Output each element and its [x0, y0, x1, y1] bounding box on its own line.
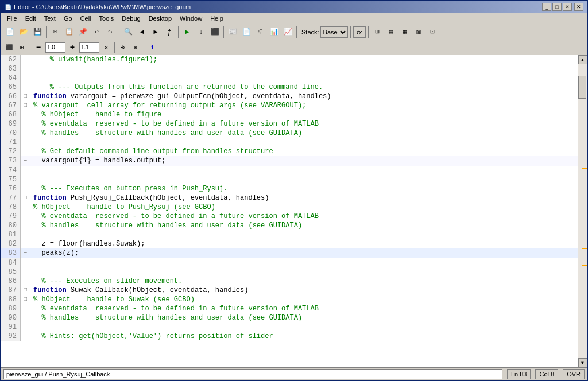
lm-70: [21, 129, 30, 138]
menu-file[interactable]: File: [3, 14, 21, 22]
pub3-btn[interactable]: 🖨: [254, 26, 266, 38]
line-88: 88 □ % hObject handle to Suwak (see GCBO…: [1, 295, 578, 304]
info-btn[interactable]: ℹ: [146, 42, 158, 53]
minimize-btn[interactable]: _: [542, 3, 551, 11]
lc-90: % handles structure with handles and use…: [30, 313, 578, 322]
code-scroll[interactable]: 62 % uiwait(handles.figure1); 63 64: [1, 55, 578, 367]
ln-72: 72: [1, 147, 21, 156]
menu-window[interactable]: Window: [176, 14, 206, 22]
title-bar-controls[interactable]: _ □ ✕ ✕: [542, 3, 583, 11]
lc-89: % eventdata reserved - to be defined in …: [30, 304, 578, 313]
save-btn[interactable]: 💾: [31, 26, 44, 38]
sep6: [350, 26, 351, 38]
line-84: 84: [1, 258, 578, 267]
scroll-marker-3: [582, 265, 587, 266]
lc-86: % --- Executes on slider movement.: [30, 277, 578, 286]
scroll-down-btn[interactable]: ▼: [578, 358, 587, 367]
line-91: 91: [1, 322, 578, 332]
cell1-btn[interactable]: ※: [117, 42, 129, 53]
lm-74: [21, 166, 30, 175]
lc-91: [30, 322, 578, 332]
ln-77: 77: [1, 193, 21, 203]
full-view-btn[interactable]: ⊡: [426, 26, 439, 38]
debug2-btn[interactable]: ⊞: [16, 42, 28, 53]
ln-76: 76: [1, 184, 21, 193]
ln-83: 83: [1, 248, 21, 258]
scroll-thumb[interactable]: [578, 76, 586, 99]
lm-89: [21, 304, 30, 313]
ln-75: 75: [1, 175, 21, 184]
ln-66: 66: [1, 92, 21, 101]
line-76: 76 % --- Executes on button press in Pus…: [1, 184, 578, 193]
lm-78: [21, 203, 30, 212]
find-btn[interactable]: 🔍: [122, 26, 134, 38]
menu-text[interactable]: Text: [41, 14, 59, 22]
publish-btn[interactable]: 📰: [226, 26, 239, 38]
close-btn2[interactable]: ✕: [574, 3, 583, 11]
scroll-track[interactable]: [578, 64, 587, 358]
status-col: Col 8: [535, 369, 558, 379]
ln-67: 67: [1, 101, 21, 110]
fx-button[interactable]: fx: [353, 26, 366, 38]
paste-btn[interactable]: 📌: [76, 26, 89, 38]
ln-62: 62: [1, 55, 21, 64]
scroll-up-btn[interactable]: ▲: [578, 55, 587, 64]
col-view-btn[interactable]: ▤: [385, 26, 397, 38]
zoom-out-input[interactable]: 1.1: [79, 42, 99, 53]
menu-edit[interactable]: Edit: [22, 14, 40, 22]
pub5-btn[interactable]: 📈: [281, 26, 294, 38]
menu-go[interactable]: Go: [60, 14, 76, 22]
row-view-btn[interactable]: ▦: [399, 26, 411, 38]
lm-82: [21, 239, 30, 248]
lc-68: % hObject handle to figure: [30, 110, 578, 119]
ln-70: 70: [1, 129, 21, 138]
back-btn[interactable]: ◀: [136, 26, 148, 38]
step-btn[interactable]: ↓: [195, 26, 207, 38]
menu-cell[interactable]: Cell: [77, 14, 95, 22]
lm-83: −: [21, 248, 30, 258]
secondary-toolbar: ⬛ ⊞ − 1.0 + 1.1 ✕ ※ ⊕ ℹ: [1, 40, 587, 55]
lc-84: [30, 258, 578, 267]
line-68: 68 % hObject handle to figure: [1, 110, 578, 119]
copy-btn[interactable]: 📋: [63, 26, 75, 38]
undo-btn[interactable]: ↩: [90, 26, 103, 38]
plus-btn[interactable]: +: [67, 42, 78, 53]
lc-81: [30, 230, 578, 239]
menu-tools[interactable]: Tools: [96, 14, 118, 22]
lc-64: [30, 73, 578, 83]
split-view-btn[interactable]: ▧: [412, 26, 425, 38]
lc-72: % Get default command line output from h…: [30, 147, 578, 156]
ln-80: 80: [1, 221, 21, 230]
stop-btn[interactable]: ⬛: [208, 26, 221, 38]
cut-btn[interactable]: ✂: [49, 26, 61, 38]
menu-help[interactable]: Help: [207, 14, 227, 22]
redo-btn[interactable]: ↪: [104, 26, 117, 38]
menu-desktop[interactable]: Desktop: [145, 14, 175, 22]
pub2-btn[interactable]: 📄: [240, 26, 253, 38]
menu-debug[interactable]: Debug: [118, 14, 144, 22]
line-72: 72 % Get default command line output fro…: [1, 147, 578, 156]
lm-64: [21, 73, 30, 83]
stack-select[interactable]: Base: [320, 26, 348, 38]
open-btn[interactable]: 📂: [17, 26, 30, 38]
fwd-btn[interactable]: ▶: [149, 26, 162, 38]
lm-73: −: [21, 156, 30, 166]
new-file-btn[interactable]: 📄: [3, 26, 16, 38]
cell2-btn[interactable]: ⊕: [130, 42, 141, 53]
close-btn[interactable]: ✕: [563, 3, 572, 11]
debug1-btn[interactable]: ⬛: [3, 42, 15, 53]
lc-87: function Suwak_Callback(hObject, eventda…: [30, 286, 578, 295]
vertical-scrollbar[interactable]: ▲ ▼: [578, 55, 587, 367]
lc-82: z = floor(handles.Suwak);: [30, 239, 578, 248]
minus-btn[interactable]: −: [33, 42, 44, 53]
close-zoom-btn[interactable]: ✕: [100, 42, 112, 53]
restore-btn[interactable]: □: [552, 3, 562, 11]
ln-74: 74: [1, 166, 21, 175]
zoom-in-input[interactable]: 1.0: [45, 42, 65, 53]
pub4-btn[interactable]: 📊: [268, 26, 280, 38]
ln-92: 92: [1, 332, 21, 341]
lc-83: peaks(z);: [30, 248, 578, 258]
run-btn[interactable]: ▶: [181, 26, 194, 38]
fx-icon[interactable]: ƒ: [163, 26, 176, 38]
grid-view-btn[interactable]: ⊞: [371, 26, 384, 38]
